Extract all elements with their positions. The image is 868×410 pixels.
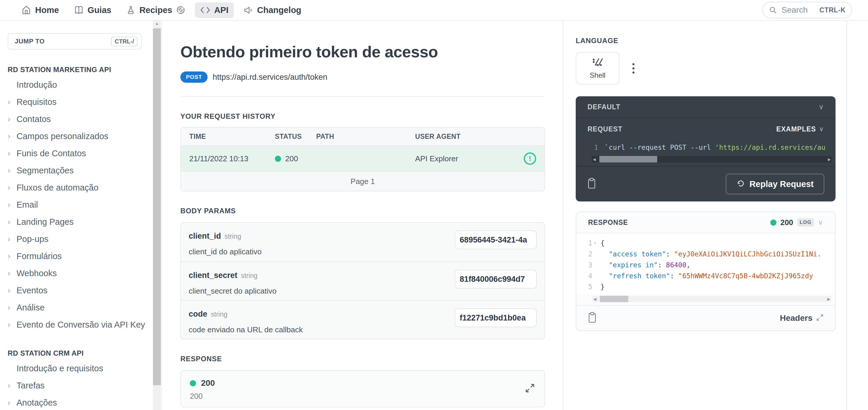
nav-item-label: API: [214, 5, 228, 15]
param-value-input[interactable]: 81f840006c994d7: [455, 270, 537, 289]
chevron-down-icon: ∨: [818, 103, 824, 111]
scroll-left-arrow-icon[interactable]: ◀: [593, 156, 596, 163]
code-line[interactable]: 4 "refresh_token": "65hWWMz4Vc8C7q5B-4wb…: [576, 270, 835, 281]
sidebar-item-label: Webhooks: [17, 268, 57, 278]
sidebar: JUMP TO CTRL-/ RD STATION MARKETING APII…: [0, 21, 162, 410]
code-token: 'https://api.rd.services/au: [715, 144, 826, 151]
info-icon[interactable]: !: [524, 152, 536, 165]
divider: [180, 96, 545, 97]
response-horizontal-scrollbar[interactable]: ◀ ▶: [592, 296, 831, 302]
param-value-input[interactable]: f12271c9bd1b0ea: [455, 309, 537, 327]
sidebar-item-campos-personalizados[interactable]: ›Campos personalizados: [8, 127, 161, 145]
kebab-menu-icon[interactable]: [631, 61, 636, 75]
copy-icon[interactable]: [587, 178, 596, 191]
code-token: [600, 250, 609, 258]
sidebar-item-requisitos[interactable]: ›Requisitos: [8, 93, 161, 111]
code-line[interactable]: 2 "access_token": "eyJ0eXAiOiJKV1QiLCJhb…: [576, 248, 835, 259]
search-input[interactable]: Search CTRL-K: [762, 2, 852, 18]
headers-button[interactable]: Headers: [780, 314, 824, 323]
param-value-input[interactable]: 68956445-3421-4a: [455, 230, 537, 249]
language-label: Shell: [590, 71, 605, 80]
code-token: "eyJ0eXAiOiJKV1QiLCJhbGciOiJSUzI1Ni.: [674, 250, 822, 258]
default-dropdown[interactable]: DEFAULT ∨: [576, 96, 836, 118]
sidebar-item-pop-ups[interactable]: ›Pop-ups: [8, 230, 161, 247]
examples-dropdown[interactable]: EXAMPLES ∨: [776, 125, 824, 133]
sidebar-item-contatos[interactable]: ›Contatos: [8, 111, 161, 127]
sidebar-item-formul-rios[interactable]: ›Formulários: [8, 247, 161, 265]
sidebar-item-an-lise[interactable]: ›Análise: [8, 299, 161, 316]
language-heading: LANGUAGE: [576, 37, 835, 45]
sidebar-item-introdu-o-e-requisitos[interactable]: Introdução e requisitos: [8, 360, 161, 377]
sidebar-item-label: Análise: [17, 303, 44, 313]
column-header-user-agent: USER AGENT: [415, 133, 536, 141]
log-badge[interactable]: LOG: [797, 218, 814, 227]
sidebar-scrollbar-thumb[interactable]: [153, 28, 161, 385]
chevron-right-icon: ›: [8, 399, 12, 407]
cell-user-agent: API Explorer: [415, 154, 524, 163]
nav-item-api[interactable]: API: [195, 2, 234, 18]
column-header-time: TIME: [189, 133, 275, 141]
sidebar-item-label: Fluxos de automação: [17, 183, 98, 193]
sidebar-item-webhooks[interactable]: ›Webhooks: [8, 265, 161, 282]
jump-to-label: JUMP TO: [15, 37, 44, 45]
scrollbar-thumb[interactable]: [600, 296, 628, 302]
jump-to-shortcut: CTRL-/: [111, 37, 137, 47]
scrollbar-thumb[interactable]: [599, 156, 657, 163]
chevron-right-icon: ›: [8, 218, 12, 226]
endpoint-url: https://api.rd.services/auth/token: [213, 73, 328, 82]
sidebar-item-segmenta-es[interactable]: ›Segmentações: [8, 162, 161, 179]
sidebar-item-label: Campos personalizados: [17, 131, 108, 141]
request-history-heading: YOUR REQUEST HISTORY: [180, 112, 545, 120]
jump-to-button[interactable]: JUMP TO CTRL-/: [8, 33, 142, 50]
nav-item-recipes[interactable]: Recipes: [121, 2, 191, 18]
sidebar-item-funis-de-contatos[interactable]: ›Funis de Contatos: [8, 145, 161, 162]
book-icon: [74, 5, 84, 15]
scroll-left-arrow-icon[interactable]: ◀: [593, 296, 596, 302]
request-label: REQUEST: [588, 125, 622, 133]
sidebar-scrollbar[interactable]: ▲: [153, 21, 161, 410]
code-tokens: "refresh_token": "65hWWMz4Vc8C7q5B-4wbD2…: [600, 272, 817, 280]
code-token: {: [600, 239, 604, 247]
replay-request-button[interactable]: Replay Request: [726, 174, 824, 194]
code-line[interactable]: 5}: [576, 281, 835, 292]
sidebar-item-evento-de-convers-o-via-api-key[interactable]: ›Evento de Conversão via API Key: [8, 316, 161, 333]
scroll-right-arrow-icon[interactable]: ▶: [827, 296, 830, 302]
line-number: 3: [576, 261, 592, 269]
code-line[interactable]: 3 "expires_in": 86400,: [576, 259, 835, 270]
nav-item-changelog[interactable]: Changelog: [238, 2, 307, 18]
code-token: `curl --request POST --url: [604, 144, 715, 151]
sidebar-item-fluxos-de-automa-o[interactable]: ›Fluxos de automação: [8, 179, 161, 196]
copy-icon[interactable]: [588, 312, 597, 325]
response-200-card[interactable]: 200 200: [180, 370, 545, 407]
nav-item-home[interactable]: Home: [16, 2, 64, 18]
code-line[interactable]: 1`curl --request POST --url 'https://api…: [576, 140, 836, 153]
main-content: Obtendo primeiro token de acesso POST ht…: [163, 21, 563, 410]
code-horizontal-scrollbar[interactable]: ◀ ▶: [592, 156, 832, 163]
response-label: RESPONSE: [588, 218, 628, 227]
sidebar-item-anota-es[interactable]: ›Anotações: [8, 394, 161, 410]
chevron-down-icon[interactable]: ∨: [818, 218, 823, 227]
sidebar-item-introdu-o[interactable]: Introdução: [8, 76, 161, 93]
language-shell-button[interactable]: Shell: [576, 52, 619, 85]
status-dot: [275, 156, 281, 162]
method-badge: POST: [180, 71, 208, 83]
sidebar-item-eventos[interactable]: ›Eventos: [8, 282, 161, 299]
sidebar-item-tarefas[interactable]: ›Tarefas: [8, 377, 161, 394]
table-pagination[interactable]: Page 1: [181, 171, 545, 191]
scroll-right-arrow-icon[interactable]: ▶: [828, 156, 831, 163]
sidebar-item-label: Tarefas: [17, 381, 44, 390]
sidebar-item-email[interactable]: ›Email: [8, 196, 161, 213]
nav-item-guias[interactable]: Guias: [68, 2, 117, 18]
search-placeholder: Search: [781, 5, 808, 15]
param-type: string: [241, 272, 257, 280]
fold-caret-icon[interactable]: ▾: [592, 241, 598, 245]
code-token: :: [670, 272, 678, 280]
code-line[interactable]: 1▾{: [576, 237, 835, 248]
response-description: 200: [190, 392, 535, 401]
expand-icon[interactable]: [525, 383, 535, 394]
sidebar-item-label: Funis de Contatos: [17, 149, 86, 158]
scroll-up-arrow-icon[interactable]: ▲: [153, 21, 161, 26]
sidebar-item-landing-pages[interactable]: ›Landing Pages: [8, 213, 161, 230]
table-row[interactable]: 21/11/2022 10:13200API Explorer!: [181, 146, 545, 171]
nav-item-label: Changelog: [257, 5, 302, 15]
